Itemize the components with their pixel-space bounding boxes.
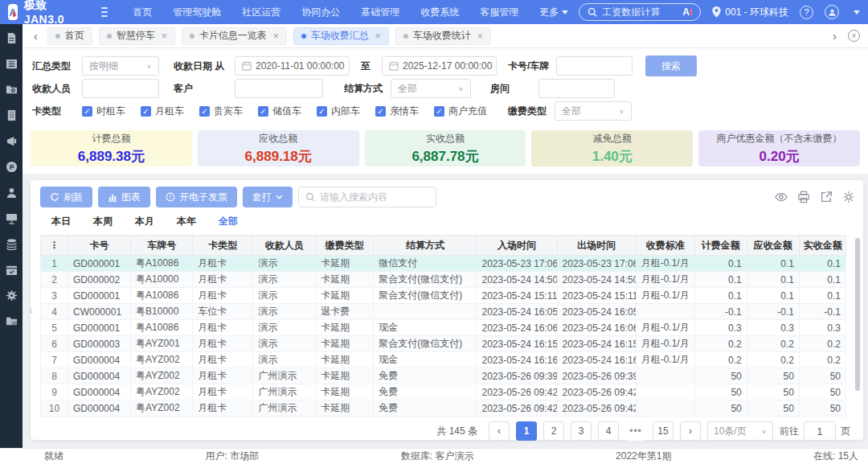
col-pay-type[interactable]: 缴费类型	[316, 236, 374, 256]
nav-item-charging[interactable]: 收费系统	[410, 0, 469, 24]
global-search[interactable]: 工资数据计算 Ai	[579, 3, 701, 21]
table-row[interactable]: 2GD000002粤A10000月租卡演示卡延期聚合支付(微信支付)2023-0…	[41, 272, 846, 288]
col-card-no[interactable]: 卡号	[68, 236, 131, 256]
col-received-amount[interactable]: 实收金额	[799, 236, 845, 256]
page-button-1[interactable]: 1	[516, 421, 537, 441]
list-icon[interactable]	[6, 58, 18, 70]
table-search[interactable]	[298, 187, 436, 207]
settle-method-select[interactable]: 全部∨	[391, 79, 471, 98]
row-menu-icon[interactable]: ⋮	[41, 236, 68, 256]
tab-this-week[interactable]: 本周	[93, 215, 113, 228]
checkbox-hourly-car[interactable]: ✓时租车	[82, 105, 125, 118]
nav-item-home[interactable]: 首页	[122, 0, 162, 24]
tab-parking-fee-summary[interactable]: 车场收费汇总×	[293, 27, 389, 45]
avatar[interactable]	[825, 5, 839, 19]
folder-search-icon[interactable]	[6, 84, 18, 96]
tabs-scroll-left-icon[interactable]: ‹	[31, 30, 41, 43]
site-selector[interactable]: 001 - 环球科技	[712, 6, 788, 19]
col-fee-standard[interactable]: 收费标准	[636, 236, 694, 256]
table-row[interactable]: 4CW000001粤B10000车位卡演示退卡费2023-05-24 16:05…	[41, 304, 846, 320]
table-row[interactable]: 7GD000004粤AYZ002月租卡演示卡延期现金2023-05-24 16:…	[41, 352, 846, 368]
card-plate-input[interactable]	[556, 56, 633, 76]
close-icon[interactable]: ×	[375, 31, 381, 42]
col-entry-time[interactable]: 入场时间	[477, 236, 557, 256]
page-size-select[interactable]: 10条/页∨	[707, 421, 773, 441]
col-plate-no[interactable]: 车牌号	[131, 236, 193, 256]
close-all-tabs-icon[interactable]: ×	[848, 30, 860, 42]
nav-item-basic[interactable]: 基础管理	[350, 0, 410, 24]
printer-icon[interactable]	[797, 191, 810, 203]
table-row[interactable]: 9GD000004粤AYZ002月租卡广州演示卡延期免费2023-05-26 0…	[41, 384, 846, 400]
checkbox-stored-value-car[interactable]: ✓储值车	[258, 105, 301, 118]
folder-icon[interactable]	[6, 315, 18, 327]
document-icon[interactable]	[6, 32, 18, 44]
room-input[interactable]	[538, 79, 615, 98]
calendar-icon[interactable]	[6, 264, 18, 276]
table-row[interactable]: 1GD000001粤A10086月租卡演示卡延期微信支付2023-05-23 1…	[41, 256, 846, 272]
checkbox-monthly-car[interactable]: ✓月租车	[141, 105, 184, 118]
user-menu-caret-icon[interactable]	[854, 10, 860, 14]
customer-input[interactable]	[235, 79, 323, 98]
export-icon[interactable]	[820, 191, 833, 203]
nav-item-dashboard[interactable]: 管理驾驶舱	[162, 0, 231, 24]
parking-icon[interactable]: P	[6, 161, 18, 173]
eye-icon[interactable]	[775, 191, 788, 203]
table-row[interactable]: 10GD000004粤AYZ002月租卡广州演示卡延期免费2023-05-26 …	[41, 400, 846, 417]
page-button-2[interactable]: 2	[543, 421, 564, 441]
vertical-scrollbar[interactable]	[855, 238, 860, 391]
building-icon[interactable]	[6, 109, 18, 121]
date-to-input[interactable]: 2025-12-17 00:00:00	[382, 56, 497, 76]
nav-item-more[interactable]: 更多	[529, 0, 579, 24]
search-button[interactable]: 搜索	[645, 55, 697, 76]
coins-icon[interactable]	[6, 238, 18, 250]
menu-icon[interactable]	[101, 7, 108, 17]
help-icon[interactable]: ?	[800, 6, 813, 19]
page-button-3[interactable]: 3	[571, 421, 592, 441]
page-ellipsis[interactable]: •••	[625, 421, 646, 441]
table-row[interactable]: 8GD000004粤AYZ002月租卡广州演示卡延期免费2023-05-26 0…	[41, 368, 846, 384]
col-settle-method[interactable]: 结算方式	[374, 236, 477, 256]
tab-today[interactable]: 本日	[51, 215, 71, 228]
tab-card-info-list[interactable]: 卡片信息一览表×	[182, 27, 287, 45]
collector-input[interactable]	[82, 79, 159, 98]
checkbox-merchant-topup[interactable]: ✓商户充值	[434, 105, 487, 118]
col-billed-amount[interactable]: 计费金额	[694, 236, 747, 256]
pay-type-select[interactable]: 全部∨	[555, 101, 632, 121]
page-button-15[interactable]: 15	[653, 421, 674, 441]
chart-button[interactable]: 图表	[98, 187, 150, 207]
collapse-panel-icon[interactable]: ‹	[29, 303, 33, 318]
col-exit-time[interactable]: 出场时间	[557, 236, 636, 256]
tab-home[interactable]: 首页	[47, 27, 92, 45]
refresh-button[interactable]: 刷新	[40, 187, 92, 207]
print-template-button[interactable]: 套打	[243, 187, 293, 207]
close-icon[interactable]: ×	[273, 31, 279, 42]
col-card-type[interactable]: 卡类型	[193, 236, 253, 256]
close-icon[interactable]: ×	[477, 31, 483, 42]
table-row[interactable]: 5GD000001粤A10086月租卡演示卡延期现金2023-05-24 16:…	[41, 320, 846, 336]
checkbox-internal-car[interactable]: ✓内部车	[317, 105, 360, 118]
tab-this-month[interactable]: 本月	[135, 215, 154, 228]
tab-parking-fee-stats[interactable]: 车场收费统计×	[395, 27, 491, 45]
tab-smart-parking[interactable]: 智慧停车×	[99, 27, 175, 45]
tabs-scroll-right-icon[interactable]: ›	[829, 30, 840, 43]
person-icon[interactable]	[6, 187, 18, 199]
col-collector[interactable]: 收款人员	[253, 236, 316, 256]
nav-item-office[interactable]: 协同办公	[291, 0, 350, 24]
next-page-button[interactable]: ›	[680, 421, 701, 441]
close-icon[interactable]: ×	[162, 31, 167, 42]
goto-page-input[interactable]	[804, 421, 836, 441]
megaphone-icon[interactable]	[6, 135, 18, 147]
table-row[interactable]: 6GD000003粤AYZ001月租卡演示卡延期聚合支付(微信支付)2023-0…	[41, 336, 846, 352]
summary-type-select[interactable]: 按明细∨	[82, 56, 159, 76]
checkbox-family-car[interactable]: ✓亲情车	[375, 105, 419, 118]
prev-page-button[interactable]: ‹	[489, 421, 510, 441]
e-invoice-button[interactable]: 开电子发票	[156, 187, 237, 207]
page-button-4[interactable]: 4	[598, 421, 619, 441]
tab-this-year[interactable]: 本年	[177, 215, 196, 228]
settings-gear-icon[interactable]	[842, 191, 855, 203]
tab-all[interactable]: 全部	[219, 215, 238, 228]
table-search-input[interactable]	[320, 191, 429, 203]
date-from-input[interactable]: 2020-11-01 00:00:00	[235, 56, 350, 76]
col-receivable-amount[interactable]: 应收金额	[747, 236, 799, 256]
table-row[interactable]: 3GD000001粤A10086月租卡演示卡延期聚合支付(微信支付)2023-0…	[41, 288, 846, 304]
